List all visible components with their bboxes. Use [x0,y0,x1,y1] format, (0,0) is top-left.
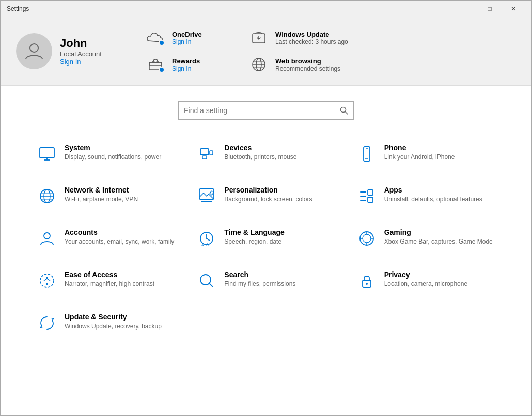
privacy-name: Privacy [384,270,467,279]
user-section: John Local Account Sign In [16,33,130,69]
header-panel: John Local Account Sign In OneDrive Sign… [1,17,531,86]
setting-network[interactable]: Network & Internet Wi-Fi, airplane mode,… [32,178,181,215]
time-language-icon: A A [196,228,217,249]
svg-rect-14 [200,149,209,155]
setting-time-language[interactable]: A A Time & Language Speech, region, date [191,220,340,257]
search-section [1,86,531,130]
avatar [16,33,52,69]
accounts-text: Accounts Your accounts, email, sync, wor… [65,228,174,246]
rewards-service[interactable]: Rewards Sign In [145,54,248,75]
service-group-left: OneDrive Sign In Rewards Sign In [145,27,248,75]
gaming-text: Gaming Xbox Game Bar, captures, Game Mod… [384,228,493,246]
phone-desc: Link your Android, iPhone [384,153,455,162]
search-setting-icon [196,270,217,291]
update-security-desc: Windows Update, recovery, backup [65,322,162,331]
onedrive-icon-wrap [145,27,166,48]
onedrive-sub[interactable]: Sign In [172,38,202,45]
devices-name: Devices [224,143,296,152]
setting-ease-of-access[interactable]: Ease of Access Narrator, magnifier, high… [32,262,181,299]
privacy-text: Privacy Location, camera, microphone [384,270,467,289]
update-security-name: Update & Security [65,313,162,321]
setting-apps[interactable]: Apps Uninstall, defaults, optional featu… [351,178,500,215]
windows-update-icon [251,29,267,46]
settings-grid: System Display, sound, notifications, po… [1,130,531,352]
user-name: John [60,37,102,50]
svg-point-50 [366,283,368,285]
personalization-icon [196,186,217,206]
update-security-icon [37,313,57,333]
windows-update-icon-wrap [248,27,269,48]
system-name: System [65,143,161,152]
phone-name: Phone [384,143,455,152]
title-bar: Settings ─ □ ✕ [1,1,531,17]
rewards-name: Rewards [172,57,200,65]
rewards-text: Rewards Sign In [172,57,200,72]
svg-point-44 [40,274,54,287]
minimize-button[interactable]: ─ [454,1,478,17]
search-setting-name: Search [224,270,295,279]
apps-icon [356,186,377,206]
update-security-text: Update & Security Windows Update, recove… [65,313,162,331]
svg-text:A: A [206,242,209,247]
ease-of-access-desc: Narrator, magnifier, high contrast [65,280,154,289]
ease-of-access-name: Ease of Access [65,270,154,279]
apps-text: Apps Uninstall, defaults, optional featu… [384,186,482,204]
system-desc: Display, sound, notifications, power [65,153,161,162]
windows-update-service[interactable]: Windows Update Last checked: 3 hours ago [248,27,352,48]
accounts-name: Accounts [65,228,174,236]
accounts-icon [37,228,57,249]
network-text: Network & Internet Wi-Fi, airplane mode,… [65,186,138,204]
svg-line-10 [346,112,348,115]
phone-icon [356,143,377,164]
personalization-text: Personalization Background, lock screen,… [224,186,312,204]
web-browsing-service[interactable]: Web browsing Recommended settings [248,54,352,75]
user-info: John Local Account Sign In [60,37,102,66]
setting-phone[interactable]: Phone Link your Android, iPhone [351,135,500,172]
time-language-text: Time & Language Speech, region, date [224,228,284,246]
rewards-icon-wrap [145,54,166,75]
personalization-name: Personalization [224,186,312,194]
devices-icon [196,143,217,164]
onedrive-status-dot [159,40,165,46]
web-browsing-text: Web browsing Recommended settings [275,57,340,72]
svg-point-39 [363,234,371,243]
gaming-icon [356,228,377,249]
web-browsing-name: Web browsing [275,57,340,65]
privacy-icon [356,270,377,291]
phone-text: Phone Link your Android, iPhone [384,143,455,162]
header-services: OneDrive Sign In Rewards Sign In [145,27,516,75]
gaming-desc: Xbox Game Bar, captures, Game Mode [384,237,493,246]
maximize-button[interactable]: □ [478,1,502,17]
personalization-desc: Background, lock screen, colors [224,195,312,204]
network-desc: Wi-Fi, airplane mode, VPN [65,195,138,204]
system-text: System Display, sound, notifications, po… [65,143,161,162]
user-account-type: Local Account [60,50,102,58]
setting-privacy[interactable]: Privacy Location, camera, microphone [351,262,500,299]
window-controls: ─ □ ✕ [454,1,525,17]
search-setting-desc: Find my files, permissions [224,280,295,289]
network-icon [37,186,57,206]
search-setting-text: Search Find my files, permissions [224,270,295,289]
network-name: Network & Internet [65,186,138,194]
setting-accounts[interactable]: Accounts Your accounts, email, sync, wor… [32,220,181,257]
rewards-sub[interactable]: Sign In [172,65,200,72]
setting-system[interactable]: System Display, sound, notifications, po… [32,135,181,172]
devices-text: Devices Bluetooth, printers, mouse [224,143,296,162]
search-input[interactable] [184,106,340,115]
devices-desc: Bluetooth, printers, mouse [224,153,296,162]
setting-devices[interactable]: Devices Bluetooth, printers, mouse [191,135,340,172]
setting-gaming[interactable]: Gaming Xbox Game Bar, captures, Game Mod… [351,220,500,257]
close-button[interactable]: ✕ [502,1,525,17]
privacy-desc: Location, camera, microphone [384,280,467,289]
onedrive-service[interactable]: OneDrive Sign In [145,27,248,48]
svg-rect-16 [202,156,207,159]
system-icon [37,143,57,164]
svg-rect-30 [368,190,373,195]
user-signin-link[interactable]: Sign In [60,58,102,66]
setting-update-security[interactable]: Update & Security Windows Update, recove… [32,305,181,342]
setting-personalization[interactable]: Personalization Background, lock screen,… [191,178,340,215]
setting-search[interactable]: Search Find my files, permissions [191,262,340,299]
onedrive-name: OneDrive [172,30,202,38]
svg-rect-11 [40,148,54,158]
accounts-desc: Your accounts, email, sync, work, family [65,237,174,246]
